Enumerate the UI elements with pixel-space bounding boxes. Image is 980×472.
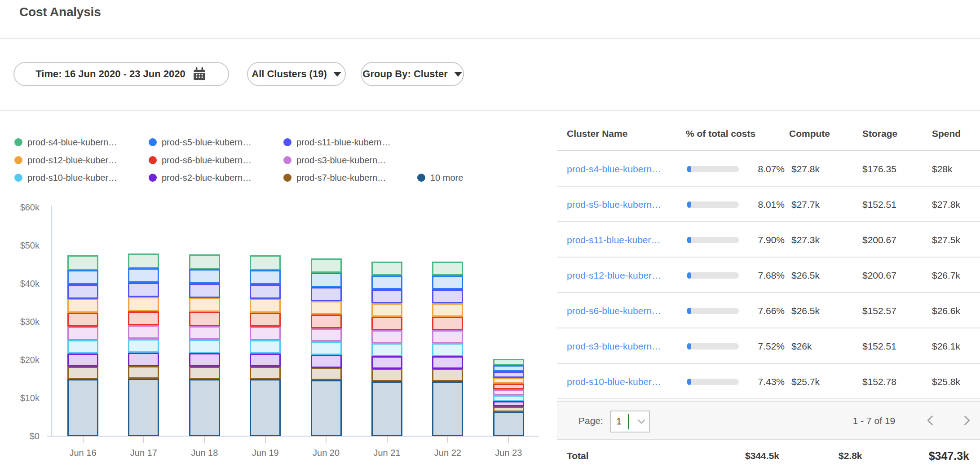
bar-segment [189,326,220,340]
bar-segment [493,412,524,436]
spend-value: $26.1k [932,328,960,364]
page-title: Cost Analysis [19,5,101,19]
legend-item[interactable]: 10 more [417,172,463,184]
cluster-name-link[interactable]: prod-s5-blue-kubern… [567,187,661,222]
cluster-name-link[interactable]: prod-s10-blue-kuber… [567,364,661,399]
legend-label: prod-s10-blue-kuber… [27,173,117,183]
cluster-name-link[interactable]: prod-s4-blue-kubern… [567,151,661,187]
legend-dot-icon [149,174,157,182]
cluster-name-link[interactable]: prod-s3-blue-kubern… [567,328,661,364]
bar-segment [371,317,402,330]
group-by-label: Group By: Cluster [362,68,447,80]
legend-item[interactable]: prod-s5-blue-kubern… [149,136,252,148]
section-divider [0,110,980,111]
pct-value: 7.52% [714,328,785,364]
bar-segment [250,299,281,313]
legend-item[interactable]: prod-s2-blue-kubern… [149,172,252,184]
y-axis-label: $60k [0,201,40,213]
bar-segment [250,367,281,379]
cluster-name-link[interactable]: prod-s12-blue-kuber… [567,258,661,293]
bar-segment [67,255,98,270]
legend-label: prod-s7-blue-kubern… [296,173,386,183]
caret-down-icon [333,72,341,77]
page-select[interactable]: 1 [610,411,650,433]
bar-segment [311,315,342,328]
bar-segment [189,340,220,353]
col-header-storage: Storage [862,127,897,140]
bar-segment [67,299,98,313]
group-by-filter[interactable]: Group By: Cluster [361,62,464,86]
bar-segment [67,367,98,379]
x-axis-tick [265,437,266,443]
bar-segment [493,389,524,395]
x-axis-tick [387,437,388,443]
bar-segment [128,297,159,311]
bar-segment [371,343,402,356]
cluster-name-link[interactable]: prod-s6-blue-kubern… [567,293,661,328]
bar-segment [128,325,159,339]
legend-item[interactable]: prod-s3-blue-kubern… [283,154,386,166]
legend-label: prod-s12-blue-kuber… [27,155,117,166]
legend-label: prod-s2-blue-kubern… [162,173,252,183]
x-axis-tick [83,437,84,443]
x-axis-label: Jun 23 [484,448,533,458]
bar-segment [189,284,220,298]
compute-value: $27.8k [791,151,820,187]
bar-segment [432,262,463,275]
chevron-right-icon[interactable] [960,414,973,427]
bar-segment [311,328,342,342]
cluster-name-link[interactable]: prod-s11-blue-kuber… [567,222,661,258]
bar-segment [250,379,281,436]
row-separator [557,398,980,399]
chevron-left-icon[interactable] [924,414,937,427]
bar-segment [189,379,220,436]
pct-value: 7.68% [714,258,785,293]
storage-value: $152.51 [862,328,896,364]
x-axis-label: Jun 16 [58,448,108,458]
bar-segment [67,354,98,367]
legend-item[interactable]: prod-s7-blue-kubern… [283,172,386,184]
bar-segment [432,330,463,343]
legend-dot-icon [14,138,22,146]
bar-segment [493,406,524,412]
page-select-value: 1 [611,411,627,432]
bar-segment [371,381,402,436]
storage-value: $152.57 [862,293,896,328]
table-row: prod-s4-blue-kubern…8.07%$27.8k$176.35$2… [557,151,980,187]
x-axis-tick [326,437,327,443]
bar-segment [432,369,463,381]
clusters-filter[interactable]: All Clusters (19) [247,62,346,86]
bar-segment [189,367,220,379]
legend-label: prod-s11-blue-kubern… [296,137,391,148]
table-row: prod-s3-blue-kubern…7.52%$26k$152.51$26.… [557,328,980,364]
bar-segment [371,356,402,369]
compute-value: $26.5k [791,258,820,293]
bar-segment [189,312,220,326]
bar-segment [250,284,281,299]
bar-segment [432,317,463,330]
compute-value: $26k [791,328,812,364]
bar-segment [493,378,524,384]
legend-label: prod-s3-blue-kubern… [296,155,386,166]
legend-label: prod-s4-blue-kubern… [27,137,117,148]
bar-segment [67,379,98,436]
bar-segment [250,340,281,354]
bar-segment [311,287,342,301]
table-row: prod-s12-blue-kuber…7.68%$26.5k$200.67$2… [557,258,980,293]
page-label: Page: [578,402,603,440]
legend-item[interactable]: prod-s4-blue-kubern… [14,136,117,148]
total-row: Total $344.5k $2.8k $347.3k [557,439,980,472]
bar-segment [493,395,524,401]
legend-item[interactable]: prod-s10-blue-kuber… [14,172,117,184]
y-axis-label: $10k [0,392,40,404]
bar-segment [493,365,524,371]
bar-segment [371,275,402,289]
table-row: prod-s11-blue-kuber…7.90%$27.3k$200.67$2… [557,222,980,258]
x-axis-label: Jun 19 [241,448,290,458]
compute-value: $27.3k [791,222,820,258]
legend-item[interactable]: prod-s11-blue-kubern… [283,136,391,148]
legend-item[interactable]: prod-s6-blue-kubern… [149,154,252,166]
legend-item[interactable]: prod-s12-blue-kuber… [14,154,117,166]
time-range-filter[interactable]: Time: 16 Jun 2020 - 23 Jun 2020 [13,62,229,86]
storage-value: $152.51 [862,187,896,222]
